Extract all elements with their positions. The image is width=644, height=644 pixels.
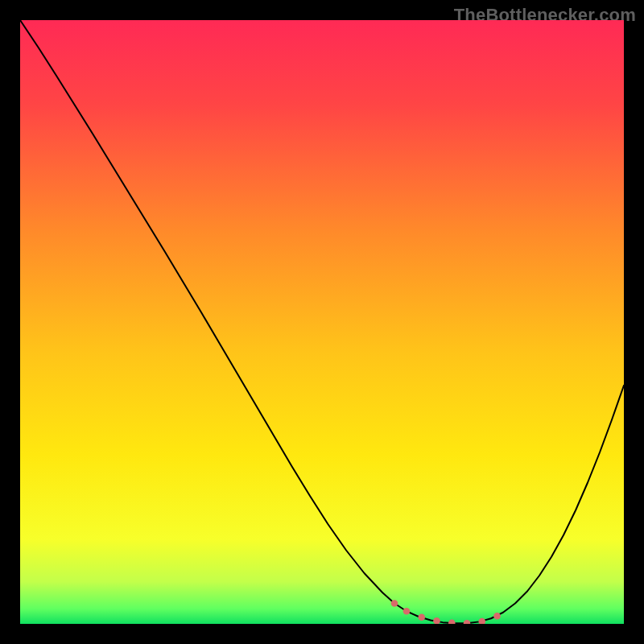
chart-background [20, 20, 624, 624]
chart-svg [20, 20, 624, 624]
chart-area [20, 20, 624, 624]
marker-dot [493, 613, 501, 620]
marker-dot [418, 613, 425, 621]
marker-dot [391, 600, 398, 607]
marker-dot [403, 608, 411, 615]
